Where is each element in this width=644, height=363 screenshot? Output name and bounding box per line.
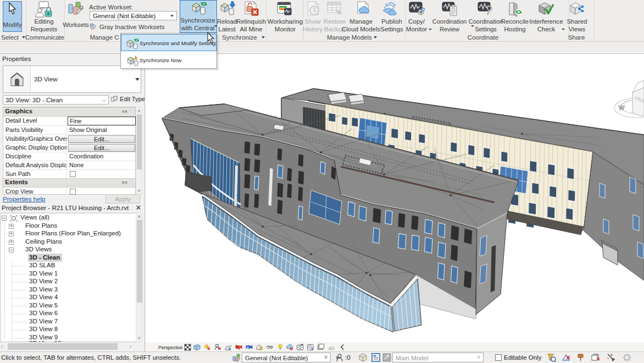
svg-text:W: W: [619, 105, 625, 111]
svg-text:9: 9: [229, 347, 231, 351]
